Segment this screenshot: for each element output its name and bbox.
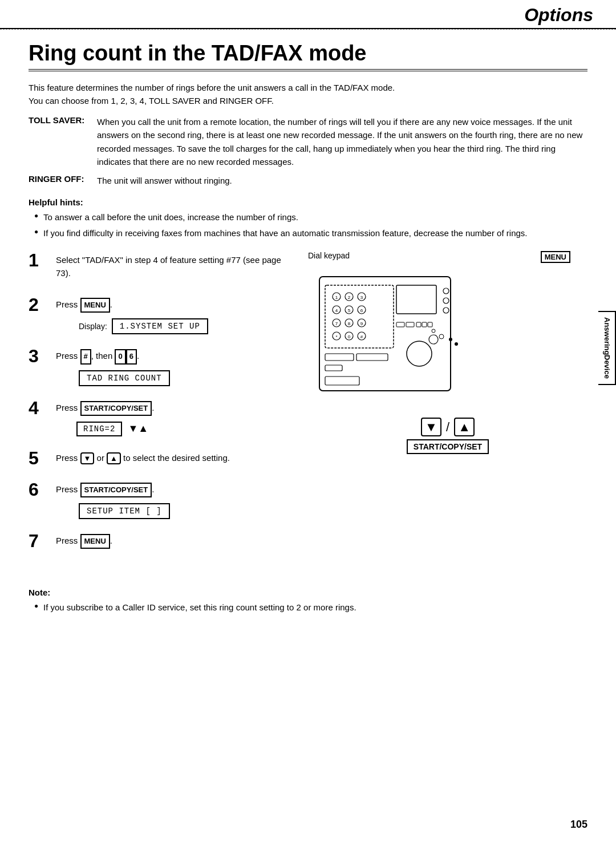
- svg-text:1: 1: [335, 295, 338, 300]
- svg-rect-33: [422, 322, 427, 327]
- svg-text:3: 3: [360, 295, 363, 300]
- toll-saver-desc: When you call the unit from a remote loc…: [97, 115, 587, 168]
- zero-key: 0: [115, 349, 125, 364]
- svg-text:8: 8: [348, 321, 351, 326]
- lcd-display-3: TAD RING COUNT: [79, 370, 170, 386]
- page-title: Ring count in the TAD/FAX mode: [29, 41, 587, 71]
- svg-rect-31: [406, 322, 414, 327]
- diagram-column: Dial keypad MENU 1 2 3: [308, 251, 587, 565]
- helpful-hints-title: Helpful hints:: [29, 197, 587, 207]
- page-header: Options: [0, 0, 616, 29]
- triangle-arrows: ▼▲: [128, 423, 148, 435]
- svg-rect-34: [428, 322, 432, 327]
- svg-text:2: 2: [348, 295, 351, 300]
- step-5: 5 Press ▼ or ▲ to select the desired set…: [29, 449, 291, 468]
- helpful-hints-section: Helpful hints: To answer a call before t…: [29, 197, 587, 240]
- lcd-display-6: SETUP ITEM [ ]: [79, 503, 170, 519]
- list-item: To answer a call before the unit does, i…: [34, 211, 587, 224]
- step-6-text: Press START/COPY/SET.: [56, 483, 291, 497]
- svg-rect-26: [396, 285, 436, 314]
- menu-key-2: MENU: [80, 298, 110, 313]
- up-arrow-diagram: ▲: [454, 418, 475, 436]
- svg-text:7: 7: [335, 321, 338, 326]
- note-section: Note: If you subscribe to a Caller ID se…: [29, 588, 587, 614]
- down-arrow-diagram: ▼: [421, 418, 441, 436]
- step-3: 3 Press #, then 06. TAD RING COUNT: [29, 347, 291, 386]
- step-number-6: 6: [29, 480, 49, 499]
- diagram-bottom-controls: ▼ / ▲ START/COPY/SET: [308, 420, 587, 454]
- header-title: Options: [524, 5, 593, 25]
- svg-point-27: [443, 288, 449, 294]
- start-copy-set-label: START/COPY/SET: [407, 439, 489, 454]
- svg-text:0: 0: [348, 334, 351, 339]
- step-number-3: 3: [29, 347, 49, 365]
- ringer-off-definition: RINGER OFF: The unit will answer without…: [29, 174, 587, 187]
- ringer-off-term: RINGER OFF:: [29, 174, 91, 187]
- intro-paragraph: This feature determines the number of ri…: [29, 82, 587, 107]
- note-title: Note:: [29, 588, 587, 597]
- step-number-5: 5: [29, 449, 49, 467]
- toll-saver-definition: TOLL SAVER: When you call the unit from …: [29, 115, 587, 168]
- svg-rect-39: [325, 354, 354, 361]
- steps-column: 1 Select "TAD/FAX" in step 4 of feature …: [29, 251, 291, 565]
- step-number-1: 1: [29, 251, 49, 269]
- lcd-display-2: 1.SYSTEM SET UP: [112, 318, 208, 334]
- up-arrow-key: ▲: [107, 452, 121, 464]
- svg-point-29: [443, 307, 449, 313]
- svg-text:5: 5: [348, 308, 351, 313]
- menu-key-7: MENU: [80, 534, 110, 549]
- fax-illustration: 1 2 3 4 5 6 7 8: [308, 265, 479, 414]
- diagram-top-labels: Dial keypad MENU: [308, 251, 587, 263]
- helpful-hints-list: To answer a call before the unit does, i…: [29, 211, 587, 240]
- svg-point-44: [455, 342, 458, 346]
- step-6: 6 Press START/COPY/SET. SETUP ITEM [ ]: [29, 480, 291, 519]
- svg-rect-40: [325, 365, 342, 371]
- svg-text:#: #: [360, 334, 363, 339]
- svg-point-43: [449, 338, 452, 341]
- down-arrow-key: ▼: [80, 452, 95, 464]
- svg-rect-30: [396, 322, 404, 327]
- step-number-4: 4: [29, 399, 49, 417]
- note-list: If you subscribe to a Caller ID service,…: [29, 601, 587, 614]
- six-key: 6: [126, 349, 137, 364]
- svg-rect-41: [356, 354, 388, 361]
- svg-text:4: 4: [335, 308, 338, 313]
- note-item: If you subscribe to a Caller ID service,…: [34, 601, 587, 614]
- step-number-7: 7: [29, 532, 49, 550]
- ringer-off-desc: The unit will answer without ringing.: [97, 174, 232, 187]
- svg-point-37: [439, 334, 444, 339]
- step-3-text: Press #, then 06.: [56, 349, 291, 364]
- dial-keypad-label: Dial keypad: [308, 251, 350, 263]
- svg-text:9: 9: [360, 321, 363, 326]
- svg-point-35: [432, 329, 435, 333]
- hash-key: #: [80, 349, 91, 364]
- page-number: 105: [570, 819, 587, 831]
- step-7: 7 Press MENU.: [29, 532, 291, 552]
- step-4-text: Press START/COPY/SET.: [56, 401, 291, 416]
- svg-rect-32: [416, 322, 421, 327]
- svg-text:*: *: [335, 334, 337, 339]
- start-btn-box: START/COPY/SET: [407, 439, 489, 454]
- step-1: 1 Select "TAD/FAX" in step 4 of feature …: [29, 251, 291, 284]
- list-item: If you find difficulty in receiving faxe…: [34, 226, 587, 240]
- display-label-2: Display:: [79, 322, 107, 331]
- fax-diagram: 1 2 3 4 5 6 7 8: [308, 265, 587, 415]
- step-2: 2 Press MENU. Display: 1.SYSTEM SET UP: [29, 295, 291, 334]
- svg-point-36: [429, 335, 438, 344]
- lcd-display-4: RING=2: [76, 422, 122, 436]
- down-up-arrows-label: ▼ / ▲: [407, 420, 489, 435]
- step-2-text: Press MENU.: [56, 298, 291, 313]
- svg-point-38: [407, 341, 432, 366]
- step-number-2: 2: [29, 295, 49, 314]
- start-key-4: START/COPY/SET: [80, 401, 152, 416]
- svg-text:6: 6: [360, 308, 363, 313]
- svg-point-28: [443, 298, 449, 303]
- step-4: 4 Press START/COPY/SET. RING=2 ▼▲: [29, 399, 291, 436]
- step-5-text: Press ▼ or ▲ to select the desired setti…: [56, 451, 291, 464]
- step-1-text: Select "TAD/FAX" in step 4 of feature se…: [56, 253, 291, 280]
- answering-device-tab: Answering Device: [598, 311, 616, 385]
- toll-saver-term: TOLL SAVER:: [29, 115, 91, 168]
- svg-rect-42: [325, 377, 359, 385]
- start-key-6: START/COPY/SET: [80, 483, 152, 497]
- menu-label-diagram: MENU: [541, 251, 570, 263]
